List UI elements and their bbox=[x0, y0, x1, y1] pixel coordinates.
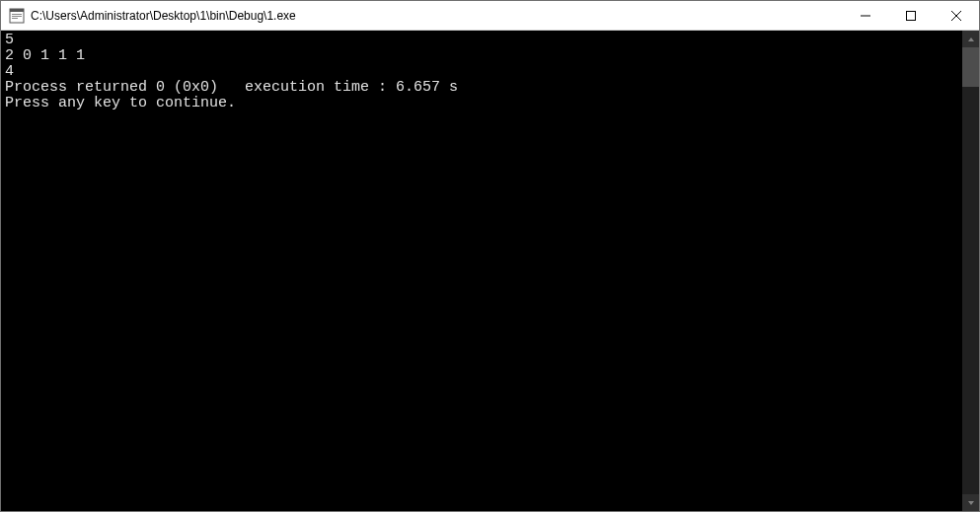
console-line: Process returned 0 (0x0) execution time … bbox=[5, 80, 962, 96]
console-line: Press any key to continue. bbox=[5, 96, 962, 111]
svg-rect-4 bbox=[12, 18, 18, 19]
window-controls bbox=[843, 1, 979, 30]
vertical-scrollbar[interactable] bbox=[962, 31, 979, 511]
app-icon bbox=[9, 8, 25, 24]
console-line: 2 0 1 1 1 bbox=[5, 48, 962, 64]
svg-rect-2 bbox=[12, 14, 22, 15]
scroll-down-button[interactable] bbox=[962, 494, 979, 511]
console-output[interactable]: 52 0 1 1 14Process returned 0 (0x0) exec… bbox=[1, 31, 962, 511]
scroll-thumb[interactable] bbox=[962, 47, 979, 87]
console-line: 4 bbox=[5, 64, 962, 80]
window-titlebar: C:\Users\Administrator\Desktop\1\bin\Deb… bbox=[1, 1, 979, 31]
svg-rect-1 bbox=[10, 9, 24, 12]
console-line: 5 bbox=[5, 33, 962, 48]
svg-rect-3 bbox=[12, 16, 22, 17]
scroll-up-button[interactable] bbox=[962, 31, 979, 47]
svg-marker-10 bbox=[968, 501, 974, 505]
console-area: 52 0 1 1 14Process returned 0 (0x0) exec… bbox=[1, 31, 979, 511]
close-button[interactable] bbox=[934, 1, 979, 30]
minimize-button[interactable] bbox=[843, 1, 888, 30]
maximize-button[interactable] bbox=[888, 1, 934, 30]
window-title: C:\Users\Administrator\Desktop\1\bin\Deb… bbox=[31, 9, 843, 23]
svg-rect-6 bbox=[907, 11, 916, 20]
svg-marker-9 bbox=[968, 37, 974, 41]
